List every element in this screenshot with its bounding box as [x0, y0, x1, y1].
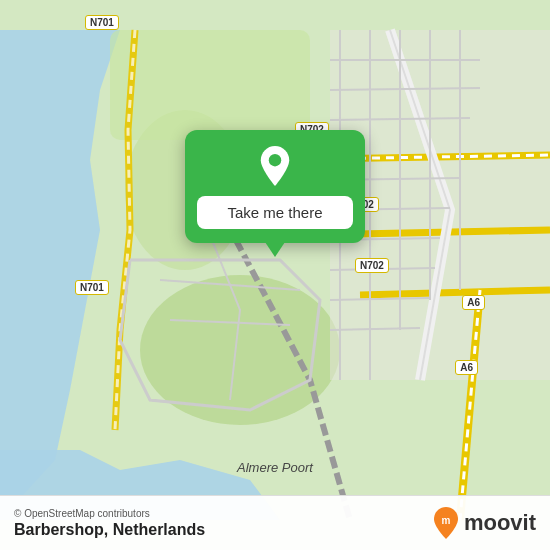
road-label-a6-1: A6: [462, 295, 485, 310]
take-me-there-button[interactable]: Take me there: [197, 196, 353, 229]
svg-rect-2: [110, 30, 310, 140]
osm-credit: © OpenStreetMap contributors: [14, 508, 205, 519]
popup-card: Take me there: [185, 130, 365, 243]
road-label-n701-mid: N701: [75, 280, 109, 295]
road-label-n702-3: N702: [355, 258, 389, 273]
location-info: © OpenStreetMap contributors Barbershop,…: [14, 508, 205, 539]
moovit-text: moovit: [464, 510, 536, 536]
moovit-branding: m moovit: [432, 507, 536, 539]
road-label-a6-2: A6: [455, 360, 478, 375]
location-name: Barbershop, Netherlands: [14, 521, 205, 539]
road-label-n701-top: N701: [85, 15, 119, 30]
map-container: N701 N701 N702 N702 N702 A6 A6 Take me t…: [0, 0, 550, 550]
svg-text:m: m: [441, 515, 450, 526]
location-pin-icon: [255, 146, 295, 186]
moovit-logo-icon: m: [432, 507, 460, 539]
bottom-bar: © OpenStreetMap contributors Barbershop,…: [0, 495, 550, 550]
svg-point-18: [269, 154, 281, 166]
almere-poort-label: Almere Poort: [237, 460, 313, 475]
